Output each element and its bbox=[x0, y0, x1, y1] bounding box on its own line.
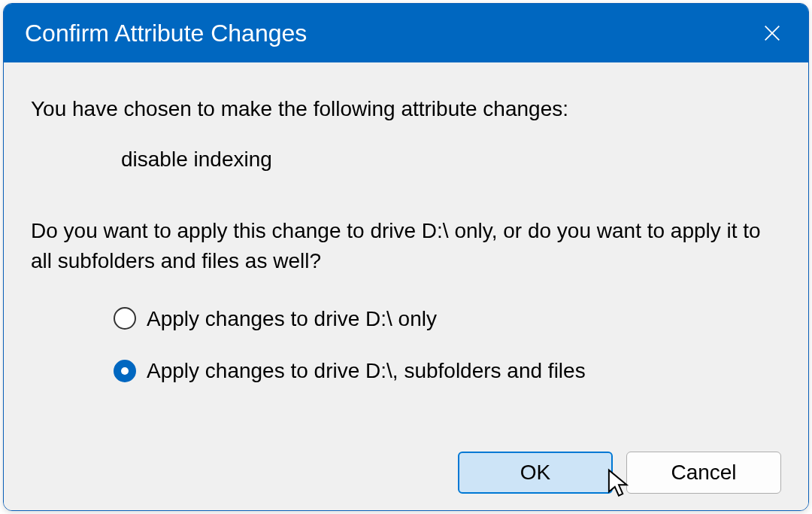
radio-apply-subfolders-files[interactable]: Apply changes to drive D:\, subfolders a… bbox=[114, 356, 781, 385]
question-text: Do you want to apply this change to driv… bbox=[31, 216, 781, 275]
radio-icon bbox=[114, 360, 136, 382]
close-button[interactable] bbox=[754, 15, 790, 51]
radio-icon bbox=[114, 307, 136, 330]
dialog-title: Confirm Attribute Changes bbox=[25, 20, 307, 47]
radio-label-subfolders: Apply changes to drive D:\, subfolders a… bbox=[147, 356, 586, 385]
radio-apply-drive-only[interactable]: Apply changes to drive D:\ only bbox=[114, 304, 781, 333]
radio-label-drive-only: Apply changes to drive D:\ only bbox=[147, 304, 437, 333]
cancel-button[interactable]: Cancel bbox=[626, 452, 781, 494]
close-icon bbox=[762, 23, 783, 44]
titlebar: Confirm Attribute Changes bbox=[4, 4, 808, 62]
dialog-content: You have chosen to make the following at… bbox=[4, 62, 808, 510]
radio-group: Apply changes to drive D:\ only Apply ch… bbox=[114, 304, 781, 385]
button-row: OK Cancel bbox=[458, 452, 781, 494]
confirm-attribute-changes-dialog: Confirm Attribute Changes You have chose… bbox=[3, 3, 809, 511]
ok-button[interactable]: OK bbox=[458, 452, 613, 494]
change-description: disable indexing bbox=[121, 144, 781, 174]
intro-text: You have chosen to make the following at… bbox=[31, 94, 781, 123]
